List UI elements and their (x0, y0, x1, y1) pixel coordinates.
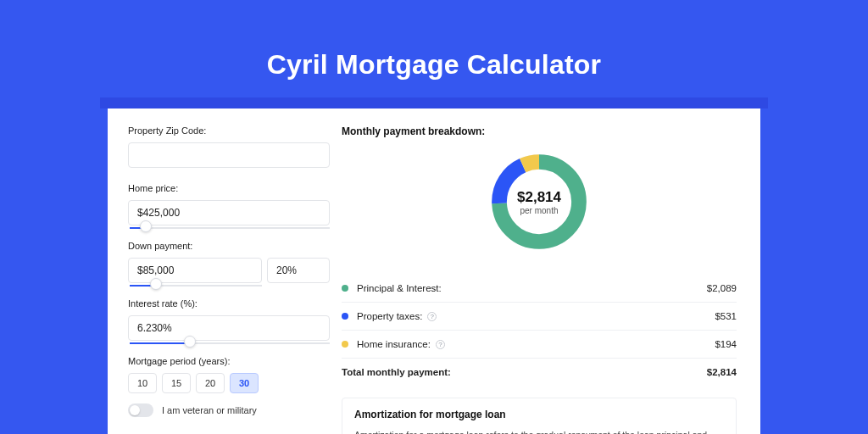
veteran-row: I am veteran or military (128, 403, 330, 417)
period-option-30[interactable]: 30 (230, 373, 259, 393)
page-title: Cyril Mortgage Calculator (267, 49, 601, 81)
form-panel: Property Zip Code: Home price: Down paym… (108, 108, 330, 434)
period-options: 10152030 (128, 373, 330, 393)
down-payment-label: Down payment: (128, 241, 330, 251)
interest-rate-label: Interest rate (%): (128, 298, 330, 309)
down-payment-field: Down payment: (128, 241, 330, 283)
breakdown-title: Monthly payment breakdown: (342, 125, 737, 137)
legend-total-label: Total monthly payment: (342, 367, 707, 377)
legend-label: Home insurance: ? (357, 339, 715, 349)
home-price-field: Home price: (128, 183, 330, 225)
legend-value: $194 (715, 339, 737, 349)
zip-label: Property Zip Code: (128, 125, 330, 136)
interest-rate-input[interactable] (128, 315, 330, 341)
legend-dot (342, 285, 348, 292)
donut-total: $2,814 (517, 189, 561, 206)
legend-value: $2,089 (707, 283, 737, 293)
veteran-label: I am veteran or military (162, 405, 257, 415)
home-price-input[interactable] (128, 200, 330, 225)
legend-row-0: Principal & Interest:$2,089 (342, 275, 737, 302)
veteran-toggle[interactable] (128, 403, 153, 417)
breakdown-panel: Monthly payment breakdown: $2,814 per mo… (330, 108, 760, 434)
zip-field: Property Zip Code: (128, 125, 330, 168)
legend-dot (342, 313, 348, 320)
legend: Principal & Interest:$2,089Property taxe… (342, 275, 737, 386)
slider-track (130, 227, 330, 229)
donut-sublabel: per month (520, 206, 558, 215)
amortization-title: Amortization for mortgage loan (354, 409, 724, 420)
donut-chart: $2,814 per month (487, 149, 592, 254)
amortization-text: Amortization for a mortgage loan refers … (354, 429, 724, 434)
info-icon[interactable]: ? (436, 340, 445, 349)
amortization-box: Amortization for mortgage loan Amortizat… (342, 398, 737, 434)
period-label: Mortgage period (years): (128, 356, 330, 366)
legend-label: Property taxes: ? (357, 311, 715, 321)
legend-total-value: $2,814 (707, 367, 737, 377)
legend-dot (342, 341, 348, 348)
info-icon[interactable]: ? (427, 312, 437, 321)
period-field: Mortgage period (years): 10152030 (128, 356, 330, 393)
card-top-shadow (100, 97, 768, 108)
zip-input[interactable] (128, 142, 330, 168)
slider-thumb[interactable] (140, 220, 152, 232)
slider-fill (130, 342, 190, 344)
donut-center: $2,814 per month (487, 149, 592, 254)
slider-thumb[interactable] (150, 278, 162, 290)
period-option-10[interactable]: 10 (128, 373, 157, 393)
calculator-card: Property Zip Code: Home price: Down paym… (108, 108, 760, 434)
home-price-label: Home price: (128, 183, 330, 193)
period-option-15[interactable]: 15 (162, 373, 191, 393)
legend-row-1: Property taxes: ?$531 (342, 302, 737, 330)
donut-chart-area: $2,814 per month (342, 146, 737, 270)
legend-row-2: Home insurance: ?$194 (342, 330, 737, 358)
slider-thumb[interactable] (184, 336, 196, 348)
down-payment-pct-input[interactable] (267, 258, 330, 283)
legend-total-row: Total monthly payment:$2,814 (342, 358, 737, 386)
interest-rate-field: Interest rate (%): (128, 298, 330, 341)
period-option-20[interactable]: 20 (196, 373, 225, 393)
legend-label: Principal & Interest: (357, 283, 707, 293)
down-payment-input[interactable] (128, 258, 262, 283)
legend-value: $531 (715, 311, 737, 321)
